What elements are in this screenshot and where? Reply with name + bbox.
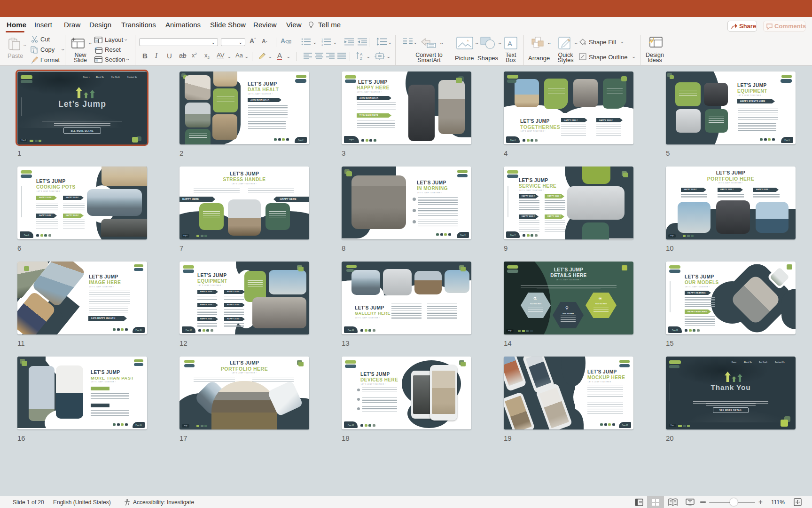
svg-text:A: A	[508, 40, 512, 48]
svg-text:Z: Z	[360, 56, 362, 60]
svg-text:3: 3	[321, 43, 323, 46]
svg-text:A: A	[360, 52, 363, 56]
